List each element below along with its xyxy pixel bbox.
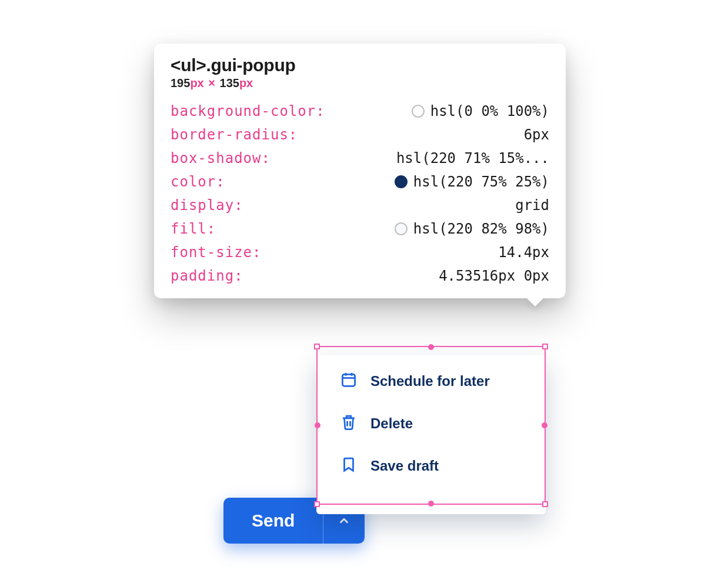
css-property-name: padding: [171, 268, 243, 284]
send-button[interactable]: Send: [223, 498, 323, 544]
css-property-value-text: hsl(220 82% 98%): [413, 221, 549, 237]
dim-width: 195: [171, 76, 190, 89]
svg-rect-0: [342, 374, 355, 386]
selection-handle: [314, 344, 320, 349]
color-swatch: [412, 105, 425, 118]
css-property-value: grid: [515, 197, 549, 214]
dim-height-unit: px: [239, 76, 253, 89]
css-property-value: hsl(0 0% 100%): [412, 103, 549, 119]
dim-height: 135: [220, 76, 239, 89]
css-property-name: fill: [171, 221, 216, 237]
send-button-label: Send: [252, 511, 295, 530]
css-property-row: colorhsl(220 75% 25%): [171, 174, 549, 190]
trash-icon: [340, 413, 358, 434]
css-property-row: displaygrid: [171, 197, 549, 214]
color-swatch: [395, 175, 408, 188]
css-property-row: font-size14.4px: [171, 244, 549, 261]
css-property-value: hsl(220 75% 25%): [395, 174, 549, 190]
css-property-row: box-shadowhsl(220 71% 15%...: [171, 150, 549, 166]
gui-popup[interactable]: Schedule for laterDeleteSave draft: [316, 355, 546, 514]
chevron-up-icon: [338, 514, 350, 527]
bookmark-icon: [340, 455, 358, 477]
selector-class: .gui-popup: [206, 55, 296, 75]
css-property-name: color: [171, 174, 225, 190]
devtools-element-tooltip: <ul>.gui-popup 195px × 135px background-…: [154, 44, 566, 298]
css-property-value: 4.53516px 0px: [439, 268, 549, 284]
css-property-name: border-radius: [171, 126, 298, 143]
popup-menu-item-label: Save draft: [370, 458, 439, 474]
css-property-value: hsl(220 71% 15%...: [396, 150, 549, 166]
tooltip-selector: <ul>.gui-popup: [171, 55, 549, 75]
dim-separator: ×: [207, 76, 216, 89]
tooltip-dimensions: 195px × 135px: [171, 76, 549, 90]
popup-menu-item[interactable]: Save draft: [316, 451, 546, 481]
dim-width-unit: px: [190, 76, 203, 89]
selection-midpoint: [428, 344, 434, 350]
color-swatch: [395, 222, 408, 235]
popup-menu-item[interactable]: Delete: [316, 408, 546, 439]
css-property-value-text: 14.4px: [498, 244, 549, 261]
css-property-row: padding4.53516px 0px: [171, 268, 549, 284]
css-property-value: 6px: [524, 126, 549, 143]
selector-tag: <ul>: [171, 55, 206, 75]
popup-menu-item-label: Delete: [370, 415, 413, 432]
css-property-row: border-radius6px: [171, 126, 549, 143]
css-property-row: background-colorhsl(0 0% 100%): [171, 103, 549, 119]
css-property-name: background-color: [171, 103, 325, 119]
css-property-value: hsl(220 82% 98%): [395, 221, 549, 237]
css-property-name: box-shadow: [171, 150, 271, 166]
css-property-value-text: hsl(0 0% 100%): [430, 103, 549, 119]
css-property-value: 14.4px: [498, 244, 549, 261]
css-property-value-text: hsl(220 75% 25%): [413, 174, 549, 190]
calendar-icon: [340, 371, 358, 392]
css-property-name: font-size: [171, 244, 262, 261]
css-property-value-text: hsl(220 71% 15%...: [396, 150, 549, 166]
popup-menu-item-label: Schedule for later: [370, 373, 490, 389]
css-property-value-text: 6px: [524, 126, 549, 143]
css-property-value-text: 4.53516px 0px: [439, 268, 549, 284]
selection-handle: [542, 344, 548, 349]
popup-menu-item[interactable]: Schedule for later: [316, 366, 546, 397]
css-property-name: display: [171, 197, 243, 214]
tooltip-css-properties: background-colorhsl(0 0% 100%)border-rad…: [171, 103, 549, 284]
css-property-value-text: grid: [515, 197, 549, 214]
css-property-row: fillhsl(220 82% 98%): [171, 221, 549, 237]
